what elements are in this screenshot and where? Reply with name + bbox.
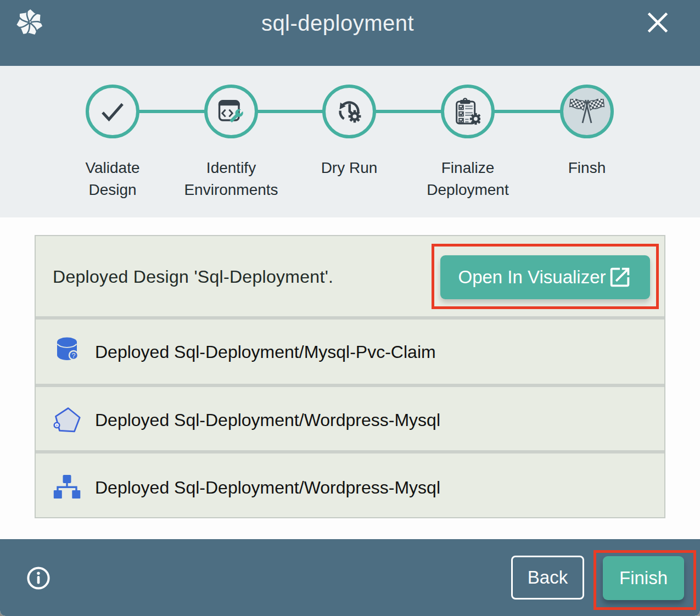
svg-text:?: ?: [72, 352, 76, 360]
